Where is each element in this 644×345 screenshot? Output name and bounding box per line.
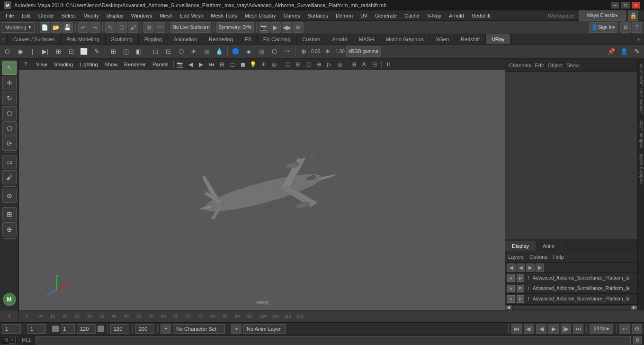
go-to-start-button[interactable]: ⏮	[511, 324, 522, 334]
tab-poly-modeling[interactable]: Poly Modeling	[61, 34, 105, 44]
vp-renderer-menu[interactable]: Renderer	[121, 61, 149, 68]
vp-help-icon[interactable]: ?	[21, 60, 30, 69]
options-button[interactable]: Options	[529, 254, 547, 260]
layer-prev-button[interactable]: ◀	[507, 263, 516, 272]
layer-vis-1[interactable]: V	[507, 274, 515, 282]
toolbar-icon-21[interactable]: ⬡	[268, 45, 280, 58]
menu-curves[interactable]: Curves	[280, 12, 304, 19]
menu-surfaces[interactable]: Surfaces	[304, 12, 332, 19]
universal-tool[interactable]: ⬡	[2, 121, 17, 136]
mel-input[interactable]	[36, 336, 631, 345]
ipr-button[interactable]: ◀▶	[282, 22, 292, 33]
scroll-left-btn[interactable]: ◀	[505, 305, 512, 310]
menu-generate[interactable]: Generate	[371, 12, 401, 19]
layers-button[interactable]: Layers	[508, 254, 524, 260]
menu-windows[interactable]: Windows	[127, 12, 156, 19]
snap-curve-button[interactable]: 〰	[155, 22, 165, 33]
toolbar-icon-8[interactable]: ✎	[90, 45, 103, 58]
toolbar-icon-15[interactable]: ☀	[188, 45, 200, 58]
save-file-button[interactable]: 💾	[63, 22, 73, 33]
toolbar-icon-17[interactable]: 💧	[213, 45, 225, 58]
tab-add-button[interactable]: +	[634, 34, 644, 45]
timeline-ruler[interactable]: 5 10 15 20 25 30 35 40 45 50 55 60 65 70…	[19, 310, 644, 322]
menu-create[interactable]: Create	[35, 12, 58, 19]
tab-xgen[interactable]: XGen	[430, 34, 455, 44]
undo-button[interactable]: ↩	[78, 22, 89, 33]
go-to-end-button[interactable]: ⏭	[573, 324, 583, 334]
paint-select-button[interactable]: 🖌	[128, 22, 138, 33]
layer-vis-3[interactable]: V	[507, 295, 515, 303]
tab-redshift[interactable]: Redshift	[455, 34, 486, 44]
vp-panels-menu[interactable]: Panels	[150, 61, 171, 68]
vp-icon-hud[interactable]: ⊟	[370, 60, 379, 69]
range-end-field[interactable]: 120	[77, 324, 96, 334]
vp-icon-aa[interactable]: A	[359, 60, 369, 69]
snap-grid-button[interactable]: ⊞	[143, 22, 154, 33]
step-back-button[interactable]: ◀|	[524, 324, 534, 334]
layer-preset-3[interactable]: P	[517, 295, 524, 303]
menu-cache[interactable]: Cache	[401, 12, 423, 19]
vp-icon-cube2[interactable]: ⊞	[294, 60, 303, 69]
toolbar-icon-4[interactable]: ▶|	[39, 45, 52, 58]
toolbar-icon-18[interactable]: 🔵	[230, 45, 242, 58]
vp-icon-cam[interactable]: 📷	[176, 60, 185, 69]
vp-icon-resolution[interactable]: ⊞	[349, 60, 358, 69]
workspace-dropdown[interactable]: Maya Classic▾	[579, 10, 626, 21]
tab-fx-caching[interactable]: FX Caching	[258, 34, 296, 44]
layer-preset-1[interactable]: P	[517, 274, 524, 282]
exposure-icon[interactable]: ⊕	[297, 45, 310, 58]
layers-scrollbar[interactable]: ◀ ▶	[505, 304, 637, 310]
vp-icon-anim[interactable]: ▷	[325, 60, 334, 69]
toolbar-icon-12[interactable]: ◻	[149, 45, 161, 58]
viewport[interactable]: ? View Shading Lighting Show Renderer Pa…	[19, 59, 505, 310]
settings-icon[interactable]: ⚙	[620, 22, 631, 33]
maximize-button[interactable]: □	[621, 2, 630, 9]
current-frame[interactable]: 1	[2, 324, 21, 334]
vp-show-menu[interactable]: Show	[102, 61, 121, 68]
vp-icon-smooth[interactable]: ◼	[238, 60, 248, 69]
mel-close-box[interactable]: ✕	[9, 337, 16, 344]
lasso-button[interactable]: ⬡	[116, 22, 127, 33]
anim-settings-button[interactable]: ⚙	[632, 324, 642, 334]
toolbar-icon-7[interactable]: ⬜	[78, 45, 90, 58]
tabs-scroll-left[interactable]: ≡	[0, 34, 8, 45]
vp-icon-snap[interactable]: ⊕	[314, 60, 324, 69]
render-button[interactable]: ▶	[270, 22, 281, 33]
sign-in-button[interactable]: 👤 Sign In ▾	[589, 22, 617, 33]
vp-icon-shadow[interactable]: ◎	[269, 60, 279, 69]
menu-mesh[interactable]: Mesh	[156, 12, 176, 19]
vp-view-menu[interactable]: View	[33, 61, 50, 68]
display-tab[interactable]: Display	[505, 241, 536, 251]
tab-fx[interactable]: FX	[239, 34, 258, 44]
range-start-bar[interactable]	[52, 326, 59, 332]
menu-file[interactable]: File	[2, 12, 18, 19]
range-end2-field[interactable]: 120	[110, 324, 129, 334]
vp-icon-prev[interactable]: ◀	[186, 60, 196, 69]
field-200[interactable]: 200	[135, 324, 154, 334]
vp-icon-cube[interactable]: ⬡	[283, 60, 293, 69]
toolbar-icon-9[interactable]: ⊞	[107, 45, 119, 58]
toolbar-icon-19[interactable]: ◈	[242, 45, 255, 58]
rotate-tool[interactable]: ↻	[2, 91, 17, 105]
menu-deform[interactable]: Deform	[332, 12, 357, 19]
toolbar-icon-22[interactable]: 〰	[281, 45, 293, 58]
loop-button[interactable]: ↩	[619, 324, 630, 334]
new-file-button[interactable]: 📄	[40, 22, 50, 33]
gamma-label-button[interactable]: sRGB gamma	[346, 46, 381, 57]
layer-prev2-button[interactable]: ◀	[517, 263, 525, 272]
tab-rendering[interactable]: Rendering	[203, 34, 239, 44]
window-controls[interactable]: ─ □ ✕	[611, 2, 640, 9]
scroll-track[interactable]	[513, 306, 630, 309]
snap-tools[interactable]: ⊞	[2, 207, 17, 221]
menu-vray[interactable]: V-Ray	[423, 12, 445, 19]
select-tool[interactable]: ↖	[2, 61, 17, 75]
modeling-toolkit-label[interactable]: Modeling Toolkit	[638, 151, 644, 187]
layer-next2-button[interactable]: ▶	[536, 263, 544, 272]
vp-icon-rewind[interactable]: ⏮	[207, 60, 216, 69]
menu-mesh-tools[interactable]: Mesh Tools	[207, 12, 241, 19]
toolbar-icon-10[interactable]: ◫	[120, 45, 132, 58]
scale-tool[interactable]: ⬡	[2, 106, 17, 120]
mel-gear-button[interactable]: ⚙	[633, 336, 642, 345]
exposure-icon2[interactable]: ☀	[322, 45, 334, 58]
vp-icon-next[interactable]: ▶	[197, 60, 206, 69]
